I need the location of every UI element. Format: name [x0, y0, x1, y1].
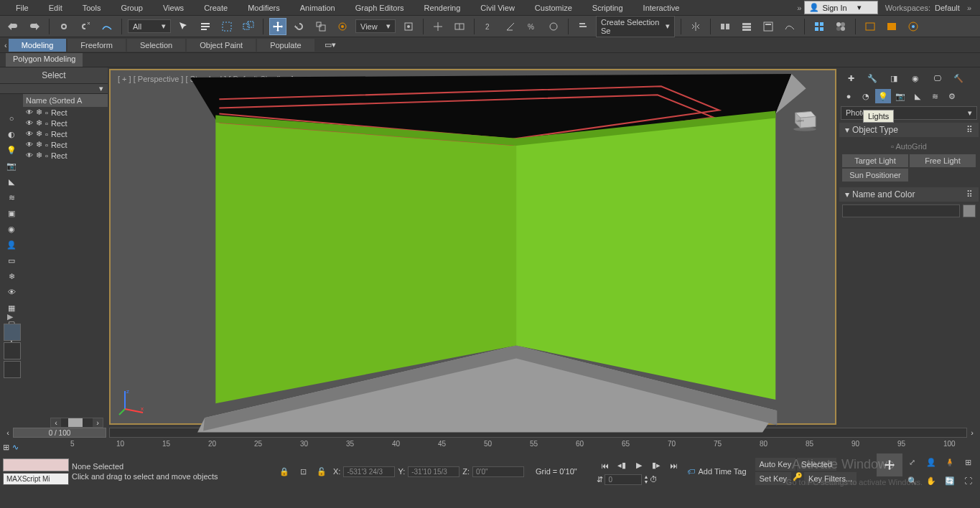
- freeze-icon[interactable]: ❄: [36, 118, 42, 128]
- list-item[interactable]: 👁❄▫Rect: [23, 128, 108, 139]
- filter-space-warps-icon[interactable]: ≋: [3, 190, 20, 204]
- tab-scroll-left-icon[interactable]: ‹: [4, 41, 7, 50]
- zoom-region-button[interactable]: 🔍: [904, 472, 921, 489]
- key-icon[interactable]: 🔑: [793, 472, 803, 485]
- set-key-button[interactable]: Set Key: [755, 472, 792, 485]
- placement-button[interactable]: [334, 18, 351, 35]
- filter-geometry-icon[interactable]: ○: [3, 111, 20, 126]
- track-mode-icon[interactable]: ⊞: [3, 443, 9, 452]
- render-setup-button[interactable]: [862, 18, 879, 35]
- play-button[interactable]: ▶: [631, 458, 647, 473]
- list-item[interactable]: 👁❄▫Rect: [23, 107, 108, 118]
- menu-tools[interactable]: Tools: [73, 1, 111, 14]
- filter-containers-icon[interactable]: ▭: [3, 253, 20, 268]
- use-pivot-button[interactable]: [400, 18, 417, 35]
- redo-button[interactable]: [26, 18, 43, 35]
- zoom-button[interactable]: 👤: [923, 453, 940, 471]
- helpers-cat-icon[interactable]: ◣: [910, 89, 925, 103]
- viewport-swatch[interactable]: [4, 324, 21, 341]
- eye-icon[interactable]: 👁: [26, 141, 33, 149]
- systems-cat-icon[interactable]: ⚙: [944, 89, 960, 103]
- maximize-viewport-button[interactable]: ⛶: [960, 472, 977, 489]
- panel-collapse-icon[interactable]: ▾: [0, 84, 108, 94]
- snap-angle-button[interactable]: [502, 18, 519, 35]
- ruler-ticks[interactable]: 5101520253035404550556065707580859095100: [24, 440, 977, 454]
- light-type-dropdown[interactable]: Photo▾ Lights: [841, 106, 977, 120]
- time-config-button[interactable]: ⏱: [650, 475, 658, 484]
- overflow-arrow-icon[interactable]: »: [967, 4, 971, 12]
- menu-animation[interactable]: Animation: [290, 1, 345, 14]
- timeline-right-icon[interactable]: ›: [967, 428, 977, 437]
- manipulate-button[interactable]: [429, 18, 447, 35]
- window-crossing-button[interactable]: [240, 18, 257, 35]
- modify-tab[interactable]: 🔧: [862, 70, 882, 86]
- rotate-button[interactable]: [291, 18, 308, 35]
- list-item[interactable]: 👁❄▫Rect: [23, 150, 108, 161]
- prev-frame-button[interactable]: ◂▮: [614, 458, 630, 473]
- selection-lock-icon[interactable]: 🔒: [276, 463, 293, 480]
- tab-modeling[interactable]: Modeling: [9, 39, 67, 52]
- rectangle-region-button[interactable]: [218, 18, 235, 35]
- explorer-scroller[interactable]: ‹ ›: [50, 418, 103, 426]
- rollout-name-color[interactable]: ▾Name and Color⠿: [839, 187, 979, 202]
- object-color-swatch[interactable]: [963, 204, 976, 217]
- fov-button[interactable]: 🧍: [941, 453, 958, 471]
- pan-button[interactable]: [877, 453, 902, 476]
- filter-helpers-icon[interactable]: ◣: [3, 174, 20, 189]
- spinner-down-icon[interactable]: ▼: [643, 479, 648, 484]
- eye-icon[interactable]: 👁: [26, 151, 33, 159]
- menu-interactive[interactable]: Interactive: [633, 1, 690, 14]
- selected-button[interactable]: Selected: [797, 458, 836, 471]
- subtab-polygon-modeling[interactable]: Polygon Modeling: [6, 53, 83, 67]
- hierarchy-tab[interactable]: ◨: [884, 70, 904, 86]
- overflow-arrow-icon[interactable]: »: [797, 4, 801, 12]
- x-coord-input[interactable]: -531'3 24/3: [343, 466, 395, 477]
- maxscript-listener[interactable]: [3, 473, 69, 485]
- pan-view-button[interactable]: ✋: [923, 472, 940, 489]
- signin-button[interactable]: 👤 Sign In ▾: [804, 1, 877, 14]
- filter-cameras-icon[interactable]: 📷: [3, 159, 20, 173]
- render-prod-button[interactable]: [905, 18, 922, 35]
- select-by-name-button[interactable]: [197, 18, 214, 35]
- bind-button[interactable]: [98, 18, 116, 35]
- toggle-ribbon-button[interactable]: [760, 18, 777, 35]
- menu-group[interactable]: Group: [111, 1, 153, 14]
- orbit-button[interactable]: 🔄: [941, 472, 958, 489]
- menu-modifiers[interactable]: Modifiers: [238, 1, 290, 14]
- menu-customize[interactable]: Customize: [525, 1, 582, 14]
- undo-button[interactable]: [4, 18, 22, 35]
- layer-explorer-button[interactable]: [738, 18, 755, 35]
- eye-icon[interactable]: 👁: [26, 130, 33, 138]
- next-frame-button[interactable]: ▮▸: [648, 458, 664, 473]
- list-item[interactable]: 👁❄▫Rect: [23, 118, 108, 128]
- keyboard-shortcut-button[interactable]: [451, 18, 468, 35]
- link-button[interactable]: [55, 18, 73, 35]
- filter-shapes-icon[interactable]: ◐: [3, 127, 20, 141]
- utilities-tab[interactable]: 🔨: [948, 70, 969, 86]
- selection-filter-dropdown[interactable]: All▾: [128, 19, 171, 33]
- curve-mode-icon[interactable]: ∿: [12, 443, 19, 452]
- filter-groups-icon[interactable]: ▣: [3, 206, 20, 220]
- schematic-view-button[interactable]: [811, 18, 828, 35]
- z-coord-input[interactable]: 0'0": [472, 466, 524, 477]
- filter-xrefs-icon[interactable]: ◉: [3, 222, 20, 236]
- material-editor-button[interactable]: [832, 18, 849, 35]
- named-sel-dropdown[interactable]: Create Selection Se▾: [596, 16, 675, 37]
- free-light-button[interactable]: Free Light: [910, 154, 976, 167]
- add-time-tag[interactable]: Add Time Tag: [698, 467, 746, 476]
- freeze-icon[interactable]: ❄: [36, 108, 42, 117]
- freeze-icon[interactable]: ❄: [36, 140, 42, 149]
- ribbon-toggle-icon[interactable]: ▭▾: [325, 40, 336, 50]
- scale-button[interactable]: [312, 18, 330, 35]
- frame-input[interactable]: 0: [605, 474, 642, 485]
- ref-coord-dropdown[interactable]: View▾: [355, 19, 396, 33]
- filter-hidden-icon[interactable]: 👁: [3, 285, 20, 299]
- menu-file[interactable]: File: [6, 1, 39, 14]
- shapes-cat-icon[interactable]: ◔: [858, 89, 874, 103]
- viewport-swatch[interactable]: [4, 361, 21, 378]
- lock-icon[interactable]: 🔓: [313, 463, 330, 480]
- eye-icon[interactable]: 👁: [26, 108, 33, 116]
- move-button[interactable]: [269, 18, 286, 35]
- sun-positioner-button[interactable]: Sun Positioner: [842, 169, 908, 182]
- add-time-tag-icon[interactable]: 🏷: [687, 467, 695, 476]
